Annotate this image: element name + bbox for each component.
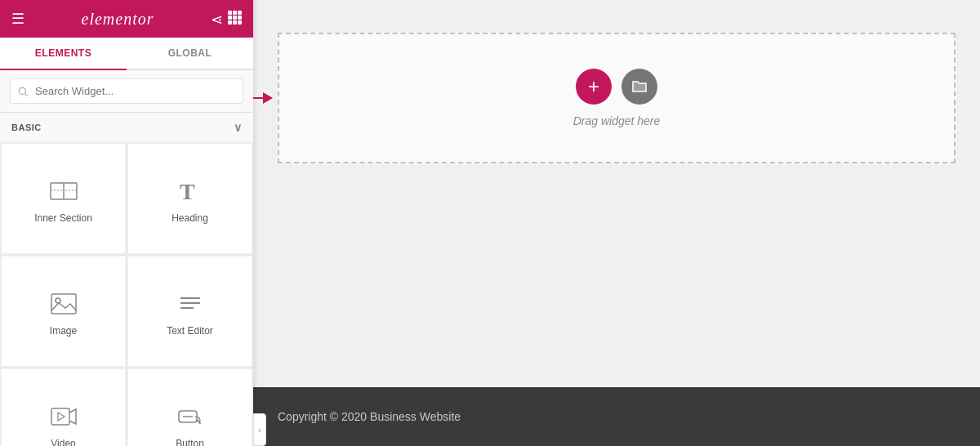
add-template-button[interactable] (621, 69, 657, 105)
heading-icon: T (176, 176, 205, 206)
widget-video[interactable]: Video (1, 368, 126, 446)
widget-grid: Inner Section T Heading Image (0, 142, 253, 446)
svg-rect-19 (51, 408, 69, 425)
tab-elements[interactable]: ELEMENTS (0, 38, 127, 70)
elementor-logo: elementor (82, 10, 154, 29)
sidebar-collapse-handle[interactable]: ‹ (253, 413, 266, 446)
canvas: + Drag widget here (253, 0, 980, 387)
inner-section-icon (49, 176, 78, 206)
widget-image[interactable]: Image (1, 256, 126, 367)
svg-rect-8 (238, 20, 242, 25)
svg-marker-20 (58, 413, 65, 421)
arrow-head (263, 92, 273, 104)
svg-rect-3 (228, 16, 232, 20)
video-label: Video (51, 438, 75, 446)
svg-rect-5 (238, 16, 242, 20)
add-widget-button[interactable]: + (576, 69, 612, 105)
widget-button[interactable]: Button (127, 368, 252, 446)
svg-rect-7 (233, 20, 237, 25)
svg-text:T: T (180, 179, 195, 204)
drop-zone[interactable]: + Drag widget here (278, 33, 956, 163)
sidebar-tabs: ELEMENTS GLOBAL (0, 38, 253, 70)
copyright-text: Copyright © 2020 Business Website (278, 410, 461, 423)
footer: Copyright © 2020 Business Website (253, 387, 980, 446)
svg-rect-0 (228, 11, 232, 15)
grid-icon[interactable]: ⋖ (211, 10, 242, 29)
search-input[interactable] (10, 78, 243, 104)
svg-rect-1 (233, 11, 237, 15)
chevron-down-icon[interactable]: ∨ (234, 121, 243, 134)
button-label: Button (176, 438, 204, 446)
button-icon (176, 402, 205, 431)
video-icon (49, 402, 78, 431)
main-content: + Drag widget here Copyright © 2020 Busi… (253, 0, 980, 446)
widget-inner-section[interactable]: Inner Section (1, 143, 126, 254)
svg-point-15 (56, 298, 60, 303)
basic-section-label: BASIC ∨ (0, 113, 253, 142)
widget-text-editor[interactable]: Text Editor (127, 256, 252, 367)
image-label: Image (50, 325, 77, 337)
image-icon (49, 289, 78, 319)
heading-label: Heading (172, 212, 208, 224)
drop-zone-actions: + (576, 69, 657, 105)
widget-heading[interactable]: T Heading (127, 143, 252, 254)
text-editor-label: Text Editor (167, 325, 213, 337)
arrow-indicator (253, 92, 273, 104)
folder-icon (631, 79, 648, 94)
arrow-line (253, 97, 263, 99)
inner-section-label: Inner Section (34, 212, 92, 224)
svg-rect-2 (238, 11, 242, 15)
svg-rect-6 (228, 20, 232, 25)
sidebar: ☰ elementor ⋖ ELEMENTS GLOBAL BASIC ∨ (0, 0, 253, 446)
drag-text: Drag widget here (573, 114, 661, 127)
tab-global[interactable]: GLOBAL (127, 38, 253, 69)
basic-label: BASIC (11, 123, 42, 132)
text-editor-icon (176, 289, 205, 319)
svg-rect-14 (51, 294, 76, 314)
search-container (0, 70, 253, 113)
svg-rect-4 (233, 16, 237, 20)
sidebar-header: ☰ elementor ⋖ (0, 0, 253, 38)
hamburger-icon[interactable]: ☰ (11, 10, 24, 28)
